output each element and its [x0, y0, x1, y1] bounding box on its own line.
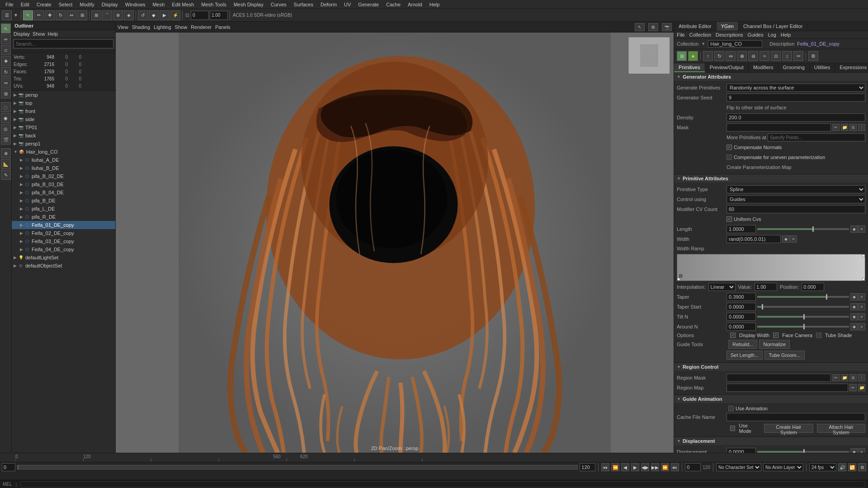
left-rotate-btn[interactable]: ↻	[1, 67, 11, 77]
tab-attribute-editor[interactable]: Attribute Editor	[674, 22, 717, 31]
menu-cache[interactable]: Cache	[382, 2, 404, 7]
generator-seed-input[interactable]: 9	[726, 94, 865, 102]
rpanel-icon-groom[interactable]: ⊞	[677, 51, 687, 61]
vp-menu-renderer[interactable]: Renderer	[191, 24, 212, 30]
toolbar-ipr-render[interactable]: ⚡	[170, 10, 180, 20]
toolbar-snap-point[interactable]: ⊕	[113, 10, 123, 20]
region-mask-edit-btn[interactable]: ✏	[832, 374, 840, 381]
outliner-item-2[interactable]: ▶ 📷 top	[12, 99, 115, 107]
rpanel-icon-length[interactable]: ↕	[782, 51, 792, 61]
left-paint-btn[interactable]: ✏	[1, 34, 11, 44]
mask-folder-btn[interactable]: 📁	[841, 124, 848, 131]
menu-mesh-display[interactable]: Mesh Display	[230, 2, 267, 7]
menu-display[interactable]: Display	[98, 2, 122, 7]
tl-end-frame[interactable]: 120	[580, 463, 595, 471]
tab-ygen[interactable]: YGen	[717, 22, 739, 31]
rpanel-icon-move[interactable]: ↑	[703, 51, 713, 61]
region-mask-input[interactable]: $|DESC|/paintmaps/Region_Feifa_01_Mask	[726, 374, 831, 382]
outliner-menu-show[interactable]: Show	[33, 31, 45, 37]
toolbar-select-btn[interactable]: ↖	[23, 10, 33, 20]
length-input[interactable]	[726, 225, 756, 233]
menu-edit[interactable]: Edit	[17, 2, 33, 7]
display-width-cb[interactable]: ✓	[730, 333, 736, 338]
outliner-item-15[interactable]: ▶ ⬡ pifa_L_DE	[12, 205, 115, 213]
rebuild-btn[interactable]: Rebuild...	[728, 340, 757, 349]
menu-windows[interactable]: Windows	[122, 2, 149, 7]
tl-prev-key-btn[interactable]: ⏪	[611, 463, 619, 471]
tl-go-start-btn[interactable]: ⏮	[601, 463, 609, 471]
toolbar-rotate-btn[interactable]: ↻	[56, 10, 66, 20]
menu-select[interactable]: Select	[55, 2, 76, 7]
interp-value-input[interactable]	[755, 283, 777, 291]
rpanel-icon-cut[interactable]: ✂	[793, 51, 803, 61]
left-lasso-btn[interactable]: ⊂	[1, 45, 11, 55]
tl-next-frame-btn[interactable]: ▶▶	[651, 463, 659, 471]
tube-groom-btn[interactable]: Tube Groom...	[764, 351, 805, 360]
tl-play-btn[interactable]: ▶	[631, 463, 639, 471]
tube-shade-cb[interactable]	[816, 333, 821, 338]
left-show-btn[interactable]: ◎	[1, 124, 11, 134]
taperstart-expr-btn[interactable]: ≡	[858, 303, 865, 310]
attach-hair-system-btn[interactable]: Attach Hair System	[817, 424, 865, 433]
length-slider[interactable]	[757, 228, 849, 230]
menu-mesh-tools[interactable]: Mesh Tools	[198, 2, 230, 7]
sub-tab-preview[interactable]: Preview/Output	[705, 63, 749, 72]
rp-menu-descriptions[interactable]: Descriptions	[716, 32, 743, 38]
length-anim-btn[interactable]: ◆	[850, 225, 858, 233]
outliner-item-22[interactable]: ▶ ⊙ defaultObjectSet	[12, 262, 115, 270]
sub-tab-modifiers[interactable]: Modifiers	[749, 63, 778, 72]
tl-next-key-btn[interactable]: ⏩	[661, 463, 669, 471]
compensate-normals-cb[interactable]: ✓	[726, 145, 732, 150]
rp-menu-log[interactable]: Log	[768, 32, 776, 38]
left-soft-btn[interactable]: ◌	[1, 102, 11, 112]
tl-play-rev-btn[interactable]: ◀▶	[641, 463, 649, 471]
region-mask-copy-btn[interactable]: ⧉	[849, 374, 857, 381]
rpanel-icon-settings[interactable]: ⚙	[808, 51, 818, 61]
region-mask-more-btn[interactable]: ⋮	[858, 374, 865, 381]
ramp-bottom-left-handle[interactable]	[677, 278, 680, 281]
toolbar-snap-grid[interactable]: ⊞	[91, 10, 101, 20]
menu-edit-mesh[interactable]: Edit Mesh	[168, 2, 198, 7]
toolbar-paint-btn[interactable]: ✏	[34, 10, 44, 20]
outliner-item-11[interactable]: ▶ ⬡ pifa_B_02_DE	[12, 172, 115, 180]
around-n-slider[interactable]	[757, 326, 849, 328]
taper-start-input[interactable]	[726, 303, 756, 311]
outliner-item-10[interactable]: ▶ ⬡ liuhai_B_DE	[12, 164, 115, 172]
tl-go-end-btn[interactable]: ⏭	[671, 463, 679, 471]
face-camera-cb[interactable]: ✓	[773, 333, 778, 338]
width-anim-btn[interactable]: ◆	[782, 235, 789, 243]
toolbar-cam-x[interactable]	[191, 11, 209, 20]
outliner-item-9[interactable]: ▶ ⬡ liuhai_A_DE	[12, 156, 115, 164]
vp-menu-view[interactable]: View	[118, 24, 128, 30]
left-move-btn[interactable]: ✚	[1, 56, 11, 66]
menu-mesh[interactable]: Mesh	[149, 2, 168, 7]
menu-deform[interactable]: Deform	[317, 2, 340, 7]
menu-surfaces[interactable]: Surfaces	[290, 2, 317, 7]
menu-file[interactable]: File	[2, 2, 17, 7]
vp-menu-show[interactable]: Show	[175, 24, 188, 30]
sub-tab-grooming[interactable]: Grooming	[778, 63, 810, 72]
toolbar-transform-btn[interactable]: ⊞	[77, 10, 87, 20]
tl-settings-btn[interactable]: ⚙	[858, 463, 866, 471]
taper-start-slider[interactable]	[757, 306, 849, 308]
displacement-anim-btn[interactable]: ◆	[850, 448, 858, 453]
menu-help[interactable]: Help	[426, 2, 443, 7]
rpanel-icon-color[interactable]: ●	[688, 51, 698, 61]
outliner-search-input[interactable]	[14, 39, 113, 48]
rpanel-icon-smooth[interactable]: ≈	[760, 51, 769, 61]
outliner-item-6[interactable]: ▶ 📷 back	[12, 131, 115, 140]
sub-tab-expressions[interactable]: Expressions	[835, 63, 868, 72]
left-sculpt-btn[interactable]: ◉	[1, 113, 11, 123]
aroundn-expr-btn[interactable]: ≡	[858, 323, 865, 330]
mask-input[interactable]: $|DESC|/paintmaps/feifa_01_ZZmask	[726, 123, 831, 131]
create-hair-system-btn[interactable]: Create Hair System	[764, 424, 813, 433]
tiltn-anim-btn[interactable]: ◆	[850, 313, 858, 320]
timeline-ruler[interactable]: 0 120 560 620	[0, 453, 868, 462]
outliner-menu-help[interactable]: Help	[48, 31, 58, 37]
vp-toolbar-grid[interactable]: ⊞	[648, 23, 658, 31]
tl-loop-btn[interactable]: 🔁	[848, 463, 856, 471]
taper-anim-btn[interactable]: ◆	[850, 293, 858, 300]
left-universal-btn[interactable]: ⊞	[1, 89, 11, 99]
tilt-n-slider[interactable]	[757, 316, 849, 318]
outliner-item-14[interactable]: ▶ ⬡ pifa_B_DE	[12, 197, 115, 205]
